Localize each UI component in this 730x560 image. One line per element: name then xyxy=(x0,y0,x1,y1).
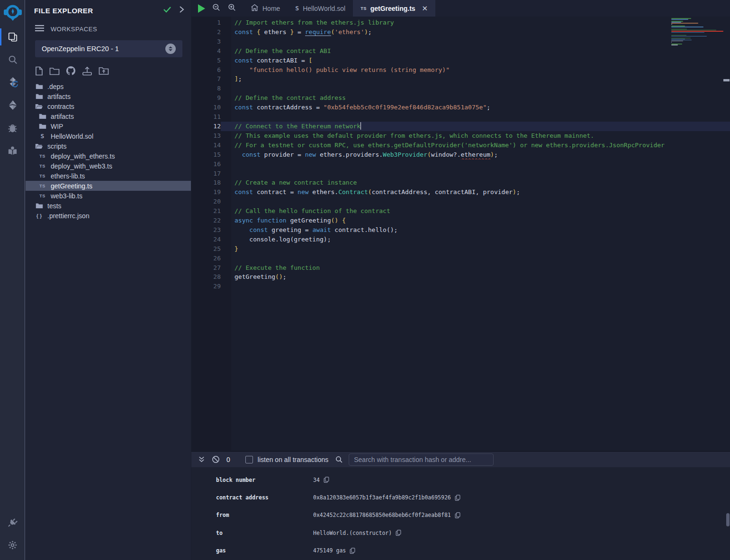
terminal-row-contract-address: contract address0x8a120383e6057b1f3aef4f… xyxy=(216,489,730,506)
code-editor[interactable]: 1// Import ethers from the ethers.js lib… xyxy=(191,17,730,451)
file-operations-toolbar xyxy=(26,57,191,80)
clear-console-icon[interactable] xyxy=(212,455,220,463)
tree-item-deploy-with-web3-ts[interactable]: TSdeploy_with_web3.ts xyxy=(26,161,191,171)
book-icon xyxy=(7,145,18,156)
copy-icon[interactable] xyxy=(324,477,329,483)
line-number: 9 xyxy=(191,93,221,103)
new-file-icon[interactable] xyxy=(35,66,43,76)
code-line-28: 28getGreeting(); xyxy=(191,272,730,282)
code-line-29: 29 xyxy=(191,282,730,291)
sidebar-item-settings[interactable] xyxy=(0,533,25,556)
tree-item-label: .prettierrc.json xyxy=(47,212,90,220)
terminal-row-from: from0x42452c22c88178685850e68beb6cf0f2ae… xyxy=(216,507,730,524)
copy-icon[interactable] xyxy=(350,548,355,554)
remix-logo-icon xyxy=(3,3,23,23)
code-line-4: 4// Define the contract ABI xyxy=(191,46,730,56)
sidebar-item-deploy-run[interactable] xyxy=(0,94,25,116)
tree-item-artifacts[interactable]: artifacts xyxy=(26,91,191,101)
tree-item-label: tests xyxy=(47,202,62,210)
tree-item--prettierrc-json[interactable]: { }.prettierrc.json xyxy=(26,211,191,221)
tree-item-getgreeting-ts[interactable]: TSgetGreeting.ts xyxy=(26,181,191,191)
sidebar-item-debugger[interactable] xyxy=(0,116,25,139)
terminal-row-to: toHelloWorld.(constructor) xyxy=(216,524,730,542)
code-line-26: 26 xyxy=(191,254,730,263)
terminal-output: block number34contract address0x8a120383… xyxy=(191,467,730,560)
terminal-collapse-icon[interactable] xyxy=(198,456,205,463)
minimap-line xyxy=(671,30,716,31)
tree-item-label: artifacts xyxy=(51,113,74,120)
copy-icon[interactable] xyxy=(455,495,460,501)
tab-helloworld-sol[interactable]: SHelloWorld.sol xyxy=(288,0,353,17)
solidity-compiler-icon xyxy=(7,76,19,89)
workspace-select[interactable]: OpenZeppelin ERC20 - 1 xyxy=(35,40,182,57)
line-number: 18 xyxy=(191,178,221,187)
code-line-6: 6 "function hello() public view returns … xyxy=(191,65,730,75)
file-explorer-header: FILE EXPLORER xyxy=(26,0,191,18)
file-explorer-icon xyxy=(8,32,18,42)
sidebar-item-plugin-manager[interactable] xyxy=(0,511,25,533)
remix-logo[interactable] xyxy=(0,0,25,26)
code-line-27: 27// Execute the function xyxy=(191,263,730,273)
run-script-button[interactable] xyxy=(198,4,205,13)
line-number: 1 xyxy=(191,18,221,27)
code-line-17: 17 xyxy=(191,169,730,178)
code-line-22: 22async function getGreeting() { xyxy=(191,216,730,225)
tree-item-ethers-lib-ts[interactable]: TSethers-lib.ts xyxy=(26,171,191,181)
tree-item-wip[interactable]: WIP xyxy=(26,121,191,131)
tree-item-tests[interactable]: tests xyxy=(26,201,191,211)
copy-icon[interactable] xyxy=(455,512,460,518)
terminal-row-value: 475149 gas xyxy=(313,547,346,554)
github-icon[interactable] xyxy=(66,66,76,76)
tree-item-web3-lib-ts[interactable]: TSweb3-lib.ts xyxy=(26,191,191,201)
listen-transactions-checkbox[interactable] xyxy=(245,456,253,463)
code-line-8: 8 xyxy=(191,84,730,93)
zoom-out-icon[interactable] xyxy=(212,3,221,14)
terminal-row-label: to xyxy=(216,530,313,536)
line-number: 13 xyxy=(191,131,221,141)
chevron-right-icon[interactable] xyxy=(179,6,184,15)
terminal: 0 listen on all transactions block numbe… xyxy=(191,451,730,560)
tree-item--deps[interactable]: .deps xyxy=(26,81,191,91)
tree-item-scripts[interactable]: scripts xyxy=(26,141,191,151)
line-number: 11 xyxy=(191,112,221,122)
code-line-9: 9// Define the contract address xyxy=(191,93,730,103)
publish-to-gist-icon[interactable] xyxy=(82,66,92,76)
code-line-23: 23 const greeting = await contract.hello… xyxy=(191,225,730,235)
new-folder-icon[interactable] xyxy=(49,67,60,75)
debugger-icon xyxy=(7,123,18,133)
zoom-in-icon[interactable] xyxy=(227,3,236,14)
code-line-3: 3 xyxy=(191,37,730,46)
sidebar-item-file-explorer[interactable] xyxy=(0,26,25,48)
file-tree: .depsartifactscontractsartifactsWIPSHell… xyxy=(26,81,191,221)
tree-item-deploy-with-ethers-ts[interactable]: TSdeploy_with_ethers.ts xyxy=(26,151,191,161)
tree-item-label: deploy_with_ethers.ts xyxy=(51,152,115,160)
terminal-scrollbar[interactable] xyxy=(726,513,730,526)
hamburger-icon[interactable] xyxy=(35,25,44,34)
code-line-10: 10const contractAddress = "0xb54febb5c0c… xyxy=(191,103,730,112)
workspace-switch-icon[interactable] xyxy=(165,44,176,54)
terminal-row-value: 0x8a120383e6057b1f3aef4fa9b89c2f1b0a6959… xyxy=(313,494,451,501)
sidebar-item-search[interactable] xyxy=(0,48,25,71)
sidebar-item-solidity-compiler[interactable] xyxy=(0,71,25,94)
tab-home[interactable]: Home xyxy=(243,0,288,17)
code-line-21: 21// Call the hello function of the cont… xyxy=(191,206,730,216)
tree-item-helloworld-sol[interactable]: SHelloWorld.sol xyxy=(26,131,191,141)
tree-item-contracts[interactable]: contracts xyxy=(26,101,191,111)
code-line-2: 2const { ethers } = require('ethers'); xyxy=(191,27,730,37)
tree-item-label: deploy_with_web3.ts xyxy=(51,162,112,170)
remix-ide: FILE EXPLORER WORKSPACES OpenZeppelin ER… xyxy=(0,0,730,560)
listen-transactions-label: listen on all transactions xyxy=(258,456,328,463)
minimap-line xyxy=(671,27,724,28)
tree-item-artifacts[interactable]: artifacts xyxy=(26,111,191,121)
sidebar-item-learneth[interactable] xyxy=(0,139,25,162)
tab-getgreeting-ts[interactable]: TSgetGreeting.ts✕ xyxy=(353,0,435,17)
copy-icon[interactable] xyxy=(396,530,401,536)
editor-scrollbar[interactable] xyxy=(723,79,730,81)
check-icon[interactable] xyxy=(162,6,172,15)
upload-folder-icon[interactable] xyxy=(99,66,109,75)
terminal-header: 0 listen on all transactions xyxy=(191,452,730,467)
editor-actions xyxy=(191,0,243,17)
terminal-search-input[interactable] xyxy=(349,453,494,466)
minimap[interactable] xyxy=(671,18,724,46)
close-tab-icon[interactable]: ✕ xyxy=(422,4,428,13)
